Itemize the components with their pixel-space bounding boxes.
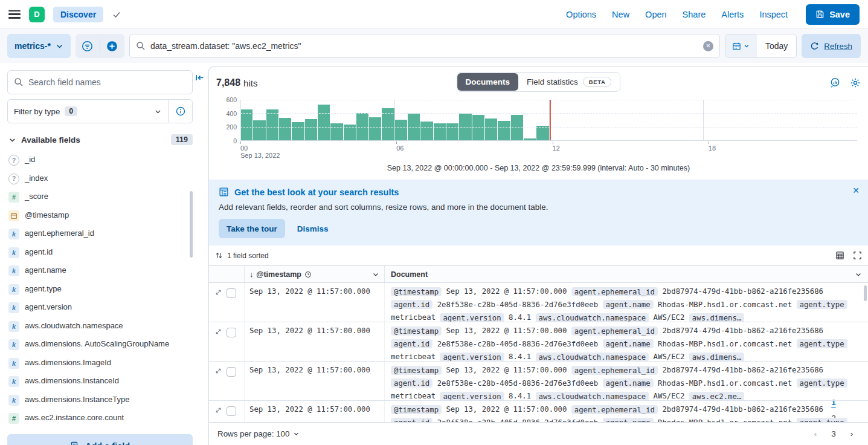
data-view-picker[interactable]: metrics-* xyxy=(7,34,71,58)
field-item[interactable]: kaws.cloudwatch.namespace xyxy=(7,317,193,336)
field-item[interactable]: @timestamp xyxy=(7,207,193,226)
add-filter-button[interactable] xyxy=(100,34,124,58)
add-field-button[interactable]: Add a field xyxy=(7,434,193,445)
field-item[interactable]: kagent.type xyxy=(7,281,193,299)
sidebar-scrollbar[interactable] xyxy=(190,191,193,258)
histogram-chart[interactable]: 0200400600 00Sep 13, 2022061218 xyxy=(216,97,860,159)
expand-row-icon[interactable] xyxy=(214,367,222,375)
field-item[interactable]: #aws.ec2.instance.core.count xyxy=(7,409,193,428)
field-name: agent.ephemeral_id xyxy=(25,229,94,238)
tab-documents[interactable]: Documents xyxy=(457,73,519,91)
keyword-field-icon: k xyxy=(8,247,19,258)
available-fields-header[interactable]: Available fields 119 xyxy=(7,132,193,151)
nav-new[interactable]: New xyxy=(612,10,629,19)
expand-row-icon[interactable] xyxy=(214,288,222,296)
clear-query-icon[interactable]: ✕ xyxy=(703,41,713,51)
field-name: _id xyxy=(25,155,35,164)
nav-share[interactable]: Share xyxy=(683,10,706,19)
field-chip: agent.name xyxy=(603,300,654,309)
chart-options-icon[interactable] xyxy=(829,77,840,88)
field-item[interactable]: kaws.dimensions.ImageId xyxy=(7,354,193,373)
grid-footer: Rows per page: 100 ‹ 12345 › xyxy=(209,422,868,445)
dismiss-button[interactable]: Dismiss xyxy=(297,224,329,233)
row-checkbox[interactable] xyxy=(227,406,236,416)
field-item[interactable]: #_score xyxy=(7,188,193,207)
refresh-icon xyxy=(810,42,819,51)
field-name: agent.id xyxy=(25,247,53,257)
field-item[interactable]: kaws.dimensions. AutoScalingGroupName xyxy=(7,336,193,354)
field-chip: agent.type xyxy=(797,300,847,309)
chevron-down-icon xyxy=(56,42,63,50)
field-item[interactable]: kagent.name xyxy=(7,262,193,281)
nav-inspect[interactable]: Inspect xyxy=(759,10,788,19)
next-page-icon[interactable]: › xyxy=(844,426,860,442)
field-chip: agent.ephemeral_id xyxy=(571,287,658,296)
take-tour-button[interactable]: Take the tour xyxy=(219,219,285,238)
histogram-bar xyxy=(498,121,510,140)
menu-icon[interactable] xyxy=(8,10,21,19)
field-chip: @timestamp xyxy=(391,366,442,375)
timestamp-column-header[interactable]: ↓ @timestamp xyxy=(244,266,384,282)
field-item[interactable]: kaws.dimensions.InstanceType xyxy=(7,391,193,410)
expand-row-icon[interactable] xyxy=(214,406,222,414)
field-name: agent.version xyxy=(25,302,72,312)
expand-row-icon[interactable] xyxy=(214,328,222,336)
x-axis-label: 06 xyxy=(396,141,403,152)
field-name: @timestamp xyxy=(25,210,69,220)
row-checkbox[interactable] xyxy=(227,288,236,298)
save-button[interactable]: Save xyxy=(806,4,860,25)
query-bar: metrics-* ✕ Today Refresh xyxy=(0,29,868,63)
field-chip: agent.name xyxy=(603,378,654,388)
field-filter-info-icon[interactable] xyxy=(168,100,192,123)
query-input[interactable] xyxy=(150,41,698,51)
filter-by-type-button[interactable]: Filter by type 0 xyxy=(8,106,168,116)
search-icon xyxy=(14,77,24,87)
field-item[interactable]: kagent.id xyxy=(7,244,193,262)
nav-alerts[interactable]: Alerts xyxy=(721,10,744,19)
field-name: _score xyxy=(25,192,48,201)
nav-options[interactable]: Options xyxy=(566,10,596,19)
field-item[interactable]: kaws.dimensions.InstanceId xyxy=(7,372,193,391)
display-options-icon[interactable] xyxy=(835,251,844,260)
page-number-4[interactable]: 4 xyxy=(826,442,841,445)
row-checkbox[interactable] xyxy=(227,328,236,337)
space-avatar[interactable]: D xyxy=(29,7,45,22)
sort-fields-icon[interactable] xyxy=(215,252,223,259)
collapse-sidebar-icon[interactable] xyxy=(194,73,205,83)
date-quick-select[interactable]: Today xyxy=(757,41,796,51)
field-item[interactable]: kagent.version xyxy=(7,299,193,317)
fields-sorted-label[interactable]: 1 field sorted xyxy=(227,252,269,260)
grid-scrollbar[interactable] xyxy=(864,285,867,301)
previous-page-icon[interactable]: ‹ xyxy=(808,426,823,442)
histogram-bar xyxy=(511,115,523,140)
field-search-input[interactable] xyxy=(28,77,186,87)
document-column-header[interactable]: Document xyxy=(384,266,868,282)
keyword-field-icon: k xyxy=(8,265,19,276)
gear-icon[interactable] xyxy=(850,77,861,88)
close-icon[interactable]: ✕ xyxy=(852,186,860,195)
nav-open[interactable]: Open xyxy=(645,10,666,19)
histogram-bar xyxy=(305,119,317,140)
document-cell: @timestamp Sep 13, 2022 @ 11:57:00.000 a… xyxy=(384,322,868,361)
row-checkbox[interactable] xyxy=(227,367,236,377)
number-field-icon: # xyxy=(8,192,19,203)
rows-per-page-button[interactable]: Rows per page: 100 xyxy=(217,429,300,438)
filter-count-badge: 0 xyxy=(65,106,77,116)
rows-per-page-label: Rows per page: 100 xyxy=(217,429,289,438)
field-item[interactable]: ?_id xyxy=(7,151,193,170)
calendar-icon xyxy=(732,42,741,51)
refresh-button[interactable]: Refresh xyxy=(802,34,861,58)
field-name: aws.dimensions. AutoScalingGroupName xyxy=(25,339,169,349)
chevron-down-icon xyxy=(855,271,862,278)
field-item[interactable]: kagent.ephemeral_id xyxy=(7,225,193,244)
page-number-3[interactable]: 3 xyxy=(826,426,841,442)
breadcrumb[interactable]: Discover xyxy=(53,7,103,22)
calendar-button[interactable] xyxy=(725,34,757,57)
fullscreen-icon[interactable] xyxy=(853,251,862,260)
document-cell: @timestamp Sep 13, 2022 @ 11:57:00.000 a… xyxy=(384,401,868,422)
saved-query-menu-button[interactable] xyxy=(76,34,100,58)
tab-field-statistics[interactable]: Field statistics BETA xyxy=(518,73,620,91)
field-item[interactable]: ?_index xyxy=(7,170,193,189)
field-chip: agent.id xyxy=(391,339,432,348)
field-list: ?_id?_index#_score@timestampkagent.ephem… xyxy=(7,151,193,428)
